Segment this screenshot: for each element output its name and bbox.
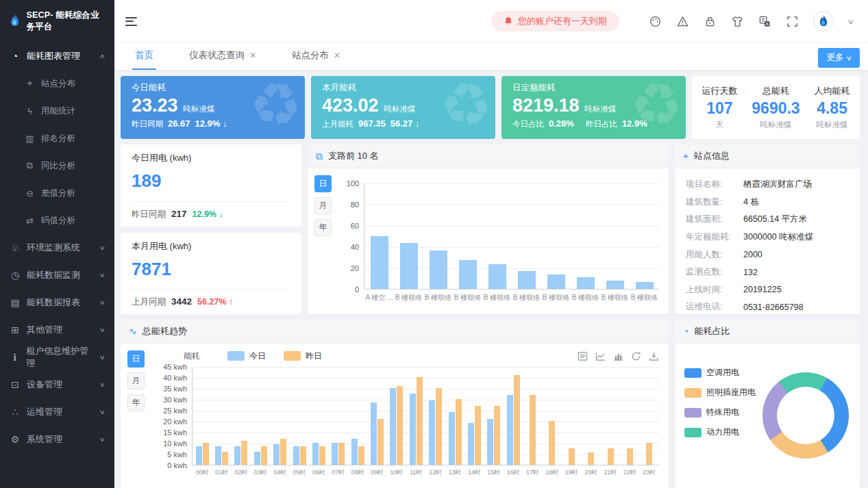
- usage-value: 7871: [132, 259, 290, 280]
- line-chart-icon[interactable]: [595, 351, 606, 361]
- pie-legend-item-空调用电[interactable]: 空调用电: [684, 367, 756, 378]
- download-icon[interactable]: [649, 351, 659, 361]
- lock-icon[interactable]: [704, 15, 717, 28]
- stat-value: 107: [702, 99, 737, 118]
- stat-unit: 吨标准煤: [752, 120, 799, 130]
- sidebar-subitem-bar-chart[interactable]: ▥排名分析: [0, 125, 114, 152]
- bar: [547, 274, 565, 289]
- panel-title: 总能耗趋势: [142, 325, 187, 337]
- data-view-icon[interactable]: [578, 351, 588, 361]
- sidebar-subitem-minus-circle[interactable]: ⊖差值分析: [0, 179, 114, 207]
- bar-chart-icon: ▥: [25, 133, 35, 144]
- x-tick-label: B 楼联络: [600, 293, 630, 303]
- bar-group: [504, 375, 523, 465]
- period-toggle-年[interactable]: 年: [314, 219, 332, 236]
- refresh-icon[interactable]: [631, 351, 641, 361]
- pie-legend-item-照明插座用电[interactable]: 照明插座用电: [684, 387, 756, 398]
- trend-chart: 日月年 能耗 今日昨日: [121, 344, 669, 488]
- kpi-stat: 人均能耗4.85吨标准煤: [815, 85, 850, 130]
- x-tick-label: B 楼联络: [453, 293, 482, 303]
- sidebar-item-pie-chart[interactable]: ◔能耗图表管理∧: [0, 42, 114, 70]
- chevron-down-icon: ∨: [99, 409, 106, 415]
- collapse-menu-icon[interactable]: [125, 17, 138, 26]
- bar-group: [426, 388, 445, 465]
- bar-group: [367, 402, 386, 465]
- bar-group: [271, 439, 290, 465]
- sidebar-subitem-compare-windows[interactable]: ⧉同比分析: [0, 152, 114, 179]
- sidebar-item-gear[interactable]: ⚙系统管理∨: [0, 426, 114, 453]
- tab-2[interactable]: 站点分布✕: [289, 49, 343, 70]
- tab-close-icon[interactable]: ✕: [334, 51, 340, 60]
- legend-item-昨日[interactable]: 昨日: [284, 350, 322, 362]
- sidebar-item-device[interactable]: ⊡设备管理∨: [0, 371, 114, 398]
- bar-昨日: [261, 446, 267, 465]
- y-tick: 30 kwh: [163, 396, 187, 404]
- tab-0[interactable]: 首页: [132, 49, 156, 70]
- user-menu-chevron-icon[interactable]: ∨: [847, 18, 854, 25]
- site-info-row: 用能人数:2000: [686, 246, 849, 264]
- period-toggle-日[interactable]: 日: [127, 350, 145, 368]
- bar-group: [329, 443, 348, 465]
- y-tick: 25 kwh: [163, 407, 187, 415]
- more-tabs-button[interactable]: 更多∨: [818, 48, 860, 68]
- x-tick-label: 05时: [290, 468, 309, 477]
- user-avatar[interactable]: [813, 11, 834, 31]
- site-info-value: 20191225: [743, 285, 782, 294]
- site-info-value: 2000: [743, 250, 762, 259]
- site-info-label: 监测点数:: [686, 266, 743, 278]
- sidebar-subitem-swap-arrows[interactable]: ⇄码值分析: [0, 207, 114, 234]
- sidebar-item-gauge[interactable]: ◷能耗数据监测∨: [0, 261, 114, 289]
- x-tick-label: 08时: [348, 468, 367, 477]
- account-expiry-notice[interactable]: 您的账户还有一天到期: [491, 11, 619, 31]
- sidebar-subitem-lightning[interactable]: ϟ用能统计: [0, 97, 114, 125]
- sidebar-subitem-antenna[interactable]: ⌖站点分布: [0, 70, 114, 97]
- bar-今日: [273, 444, 280, 465]
- antenna-icon: ⌖: [25, 78, 35, 89]
- bell-icon: [504, 16, 513, 26]
- sidebar-item-label: 设备管理: [27, 378, 62, 391]
- kpi-row: ♻ 今日能耗 23.23吨标准煤 昨日同期26.6712.9% ↓ ♻ 本月能耗…: [121, 76, 860, 139]
- period-toggle-月[interactable]: 月: [127, 372, 145, 389]
- info-icon: ℹ: [10, 352, 20, 363]
- bar-group: [232, 441, 251, 465]
- pie-legend-item-动力用电[interactable]: 动力用电: [684, 426, 756, 438]
- period-toggle-日[interactable]: 日: [314, 175, 332, 192]
- sidebar-item-grid[interactable]: ⊞其他管理∨: [0, 316, 114, 344]
- bar-昨日: [358, 446, 364, 465]
- fullscreen-icon[interactable]: [786, 15, 799, 28]
- swap-arrows-icon: ⇄: [25, 216, 35, 226]
- bar: [371, 236, 388, 290]
- bar-group: [640, 443, 659, 465]
- theme-palette-icon[interactable]: [649, 15, 662, 28]
- bar-今日: [449, 412, 455, 465]
- warning-icon[interactable]: [676, 15, 689, 28]
- x-tick-label: 15时: [484, 468, 504, 477]
- sidebar-item-report[interactable]: ▤能耗数据报表∨: [0, 289, 114, 316]
- tab-1[interactable]: 仪表状态查询✕: [186, 49, 259, 70]
- language-icon[interactable]: A: [758, 15, 771, 28]
- bar-chart-icon[interactable]: [613, 351, 623, 361]
- bottom-row: ∿ 总能耗趋势 日月年 能耗 今日昨日: [121, 320, 860, 488]
- bar-今日: [332, 443, 338, 465]
- skin-icon[interactable]: [731, 15, 744, 28]
- period-toggle-月[interactable]: 月: [314, 197, 332, 214]
- legend-item-今日[interactable]: 今日: [227, 350, 266, 362]
- tab-close-icon[interactable]: ✕: [249, 51, 256, 60]
- sidebar-item-nodes[interactable]: ∴运维管理∨: [0, 398, 114, 426]
- site-info-value: 4 栋: [743, 196, 759, 208]
- chevron-down-icon: ∨: [99, 436, 106, 443]
- bar-今日: [429, 400, 435, 465]
- kpi-subline: 上月能耗967.3556.27 ↓: [322, 118, 484, 129]
- bar-昨日: [608, 448, 614, 465]
- sidebar-item-info[interactable]: ℹ租户信息维护管理∨: [0, 344, 114, 371]
- bar-今日: [312, 443, 319, 465]
- chevron-down-icon: ∨: [99, 299, 106, 306]
- sidebar-item-leaf[interactable]: ♧环境监测系统∨: [0, 234, 114, 261]
- pie-legend-item-特殊用电[interactable]: 特殊用电: [684, 407, 756, 418]
- chevron-down-icon: ∨: [99, 244, 106, 251]
- period-toggle-年[interactable]: 年: [127, 394, 145, 411]
- report-icon: ▤: [10, 297, 21, 308]
- usage-title: 今日用电 (kwh): [132, 152, 290, 164]
- site-info-value: 66505.14 平方米: [743, 214, 807, 225]
- panel-title: 站点信息: [694, 150, 730, 162]
